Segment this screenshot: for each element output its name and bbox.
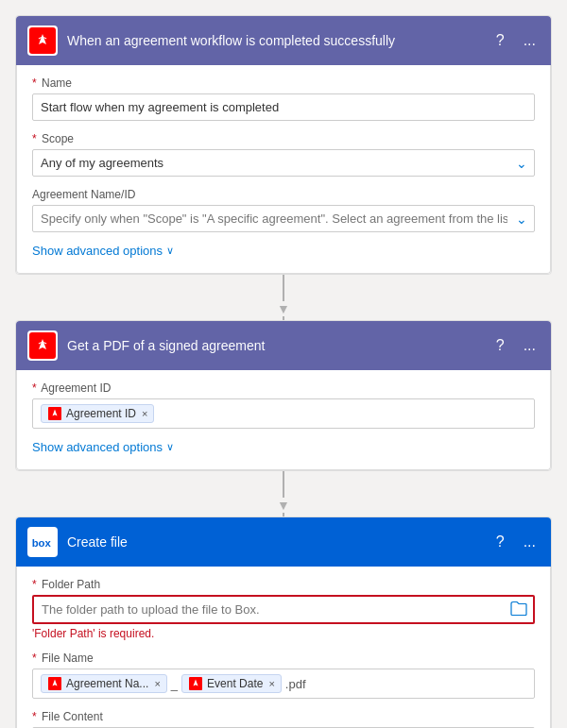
file-content-field-label: * File Content [32,710,535,723]
trigger-card-actions: ? ... [492,31,540,50]
name-required-asterisk: * [32,76,37,90]
folder-path-error: 'Folder Path' is required. [32,627,535,640]
agreement-id-tag: Agreement ID × [41,404,154,423]
agreement-id-required-asterisk: * [32,381,37,395]
trigger-help-button[interactable]: ? [492,31,508,50]
file-name-tag2-icon [188,676,203,691]
scope-required-asterisk: * [32,132,37,145]
agreement-id-field-group: * Agreement ID Agreement ID × [32,381,535,429]
folder-path-input[interactable] [32,595,535,624]
name-field-label: * Name [32,76,535,90]
agreement-name-input[interactable] [32,205,535,232]
file-name-tag-input[interactable]: Agreement Na... × _ Event Date × .pdf [32,669,535,699]
box-card-actions: ? ... [492,533,540,551]
agreement-id-tag-icon [47,406,62,421]
agreement-name-field-group: Agreement Name/ID ⌄ [32,188,535,232]
trigger-more-button[interactable]: ... [520,31,540,50]
agreement-id-field-label: * Agreement ID [32,381,535,395]
trigger-card-body: * Name * Scope Any of my agreements ⌄ Ag… [16,65,551,274]
file-name-required-asterisk: * [32,652,37,665]
file-name-field-label: * File Name [32,652,535,665]
trigger-show-advanced[interactable]: Show advanced options ∨ [32,244,535,258]
pdf-adobe-sign-icon [29,332,56,359]
file-content-field-group: * File Content Body × [32,710,535,728]
scope-dropdown-wrapper: Any of my agreements ⌄ [32,149,535,177]
agreement-id-tag-close[interactable]: × [142,408,147,419]
pdf-card: Get a PDF of a signed agreement ? ... * … [15,320,552,471]
trigger-advanced-chevron-icon: ∨ [166,245,174,257]
scope-field-label: * Scope [32,132,535,145]
file-name-tag1-icon [47,676,62,691]
agreement-id-tag-input[interactable]: Agreement ID × [32,398,535,429]
pdf-card-actions: ? ... [492,336,540,355]
pdf-advanced-chevron-icon: ∨ [166,441,174,453]
name-field-group: * Name [32,76,535,121]
scope-field-group: * Scope Any of my agreements ⌄ [32,132,535,177]
pdf-help-button[interactable]: ? [492,336,508,355]
file-name-field-group: * File Name Agreement Na... × _ [32,652,535,699]
adobe-sign-icon [29,27,56,54]
box-card: box Create file ? ... * Folder Path [15,516,552,728]
folder-browse-icon[interactable] [510,601,527,618]
name-input[interactable] [32,93,535,121]
box-more-button[interactable]: ... [520,533,540,551]
pdf-card-icon [27,330,58,361]
folder-path-field-group: * Folder Path 'Folder Path' is required. [32,578,535,640]
trigger-card-title: When an agreement workflow is completed … [67,33,492,48]
trigger-card: When an agreement workflow is completed … [15,15,552,275]
file-content-required-asterisk: * [32,710,37,723]
trigger-card-icon [27,25,58,56]
box-card-title: Create file [67,534,492,550]
box-card-header: box Create file ? ... [16,517,551,567]
pdf-card-body: * Agreement ID Agreement ID × Show adva [16,370,551,470]
file-name-tag2-close[interactable]: × [268,678,274,689]
file-name-event-date-tag: Event Date × [181,674,282,693]
arrow-connector-1 [15,275,552,320]
pdf-card-header: Get a PDF of a signed agreement ? ... [16,321,551,370]
box-card-body: * Folder Path 'Folder Path' is required.… [16,567,551,728]
agreement-name-field-label: Agreement Name/ID [32,188,535,201]
folder-path-required-asterisk: * [32,578,37,591]
file-name-agreement-tag: Agreement Na... × [41,674,167,693]
trigger-card-header: When an agreement workflow is completed … [16,16,551,65]
svg-text:box: box [32,537,52,549]
scope-dropdown[interactable]: Any of my agreements [32,149,535,177]
box-logo-icon: box [29,529,56,555]
folder-path-field-label: * Folder Path [32,578,535,591]
file-name-tag1-close[interactable]: × [154,678,160,689]
folder-path-input-wrapper [32,595,535,624]
pdf-more-button[interactable]: ... [520,336,540,355]
pdf-card-title: Get a PDF of a signed agreement [67,338,492,353]
box-card-icon: box [27,527,58,557]
box-help-button[interactable]: ? [492,533,508,551]
arrow-connector-2 [15,471,552,516]
pdf-show-advanced[interactable]: Show advanced options ∨ [32,440,535,454]
agreement-name-dropdown-wrapper: ⌄ [32,205,535,232]
